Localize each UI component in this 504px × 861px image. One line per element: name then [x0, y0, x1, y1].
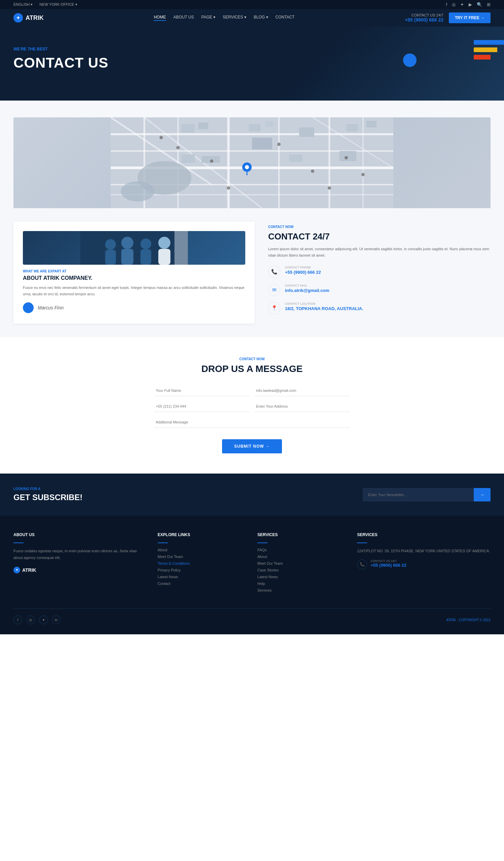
footer-services2-title: SERVICES	[357, 532, 491, 537]
footer-service-faqs[interactable]: FAQs	[257, 548, 346, 552]
footer-about-divider	[13, 543, 24, 543]
footer-service-services[interactable]: Services	[257, 588, 346, 592]
nav-page[interactable]: PAGE ▾	[201, 15, 215, 21]
footer-bottom: f ◎ ✦ in ATRIK . COPYRIGHT © 2022	[13, 609, 491, 624]
hero-dot	[403, 54, 417, 67]
grid-icon[interactable]: ⊞	[487, 2, 491, 7]
svg-point-42	[105, 239, 116, 250]
footer-instagram-icon[interactable]: ✦	[39, 615, 48, 624]
contact-phone-item: 📞 CONTACT PHONE +55 (9900) 666 22	[268, 266, 491, 278]
about-title: ABOUT ATRIK COMPANEY.	[23, 275, 245, 281]
footer-address: 1247/PLOT NO. 39, 15TH PHASE, NEW YORK U…	[357, 548, 491, 555]
footer-brand-name: ATRIK	[447, 618, 456, 622]
language-selector[interactable]: ENGLISH ▾	[13, 2, 33, 7]
top-bar: ENGLISH ▾ NEW YORK OFFICE ▾ f ◎ ✦ ▶ 🔍 ⊞	[0, 0, 504, 9]
phone-value: +55 (9900) 666 22	[285, 270, 321, 275]
office-selector[interactable]: NEW YORK OFFICE ▾	[39, 2, 77, 7]
footer-copyright-text: . COPYRIGHT © 2022	[457, 618, 491, 622]
top-bar-right: f ◎ ✦ ▶ 🔍 ⊞	[446, 2, 491, 7]
about-contact-section: WHAT WE ARE EXPART AT ABOUT ATRIK COMPAN…	[0, 208, 504, 337]
map-svg	[13, 118, 491, 208]
svg-point-30	[245, 165, 249, 169]
footer-link-privacy[interactable]: Privacy Policy	[158, 568, 247, 572]
contact-now-label: CONTACT NOW	[268, 225, 491, 229]
footer-service-about[interactable]: About	[257, 555, 346, 559]
footer-service-news[interactable]: Latest News	[257, 575, 346, 579]
about-image	[23, 231, 245, 265]
svg-point-46	[141, 238, 151, 249]
footer-grid: ABOUT US Fusce sodales egestas neque, in…	[13, 532, 491, 595]
svg-point-35	[311, 169, 314, 173]
nav-contact[interactable]: CONTACT	[275, 15, 295, 21]
svg-rect-41	[80, 231, 188, 265]
subscribe-title: GET SUBSCRIBE!	[13, 493, 82, 502]
svg-point-33	[210, 160, 213, 163]
subscribe-section: LOOKING FOR A GET SUBSCRIBE! →	[0, 474, 504, 516]
footer-link-contact[interactable]: Contact	[158, 582, 247, 586]
nav-home[interactable]: HOME	[154, 15, 166, 21]
hero-title: CONTACT US	[13, 55, 491, 71]
newsletter-input[interactable]	[363, 488, 474, 502]
form-label: CONTACT NOW	[13, 357, 491, 361]
footer-service-help[interactable]: Help	[257, 582, 346, 586]
location-icon: 📍	[268, 302, 280, 314]
hero-bar-blue	[474, 40, 504, 45]
svg-rect-50	[175, 231, 188, 265]
subscribe-button[interactable]: →	[474, 488, 491, 502]
instagram-icon[interactable]: ◎	[452, 2, 455, 7]
svg-rect-21	[299, 127, 314, 137]
full-name-input[interactable]	[154, 385, 249, 396]
hero-subtitle: WE'RE THE BEST	[13, 47, 491, 52]
footer-phone-icon: 📞	[357, 559, 367, 570]
footer-service-case[interactable]: Case Stories	[257, 568, 346, 572]
facebook-icon[interactable]: f	[446, 2, 447, 7]
email-input[interactable]	[255, 385, 350, 396]
submit-button[interactable]: SUBMIT NOW →	[222, 439, 282, 453]
svg-point-38	[227, 186, 230, 190]
nav-services[interactable]: SERVICES ▾	[223, 15, 246, 21]
footer-logo-icon: ✦	[13, 567, 20, 573]
svg-point-32	[176, 146, 180, 149]
subscribe-left: LOOKING FOR A GET SUBSCRIBE!	[13, 487, 82, 502]
try-free-button[interactable]: TRY IT FREE →	[449, 12, 491, 23]
mail-label: CONTACT MAIL	[285, 284, 329, 287]
svg-point-37	[160, 136, 163, 139]
footer-twitter-icon[interactable]: ◎	[26, 615, 35, 624]
message-input[interactable]	[154, 417, 350, 428]
footer-facebook-icon[interactable]: f	[13, 615, 22, 624]
location-label: CONTACT LOCATION	[285, 302, 363, 305]
footer-explore-title: EXPLORE LINKS	[158, 532, 247, 537]
map-container	[13, 118, 491, 208]
youtube-icon[interactable]: ▶	[469, 2, 472, 7]
footer-contact-phone: +55 (9900) 666 22	[370, 563, 406, 568]
contact-mail-info: CONTACT MAIL info.atrik@gmail.com	[285, 284, 329, 293]
header-contact-label: CONTACT US 24/7	[405, 13, 444, 17]
footer-copyright: ATRIK . COPYRIGHT © 2022	[447, 618, 491, 622]
search-icon[interactable]: 🔍	[477, 2, 482, 7]
footer-contact-info: 📞 CONTACT US 24/7 +55 (9900) 666 22	[357, 559, 491, 570]
svg-rect-27	[340, 151, 356, 161]
nav-blog[interactable]: BLOG ▾	[254, 15, 268, 21]
footer-link-about[interactable]: About	[158, 548, 247, 552]
footer-about-text: Fusce sodales egestas neque, in enim pul…	[13, 548, 147, 561]
header-right: CONTACT US 24/7 +55 (9900) 666 22 TRY IT…	[405, 12, 491, 23]
contact-mail-item: ✉ CONTACT MAIL info.atrik@gmail.com	[268, 284, 491, 296]
subscribe-looking: LOOKING FOR A	[13, 487, 82, 491]
footer-service-team[interactable]: Meet Our Team	[257, 561, 346, 565]
svg-point-34	[277, 142, 281, 146]
nav-about[interactable]: ABOUT US	[173, 15, 194, 21]
footer-services2-col: SERVICES 1247/PLOT NO. 39, 15TH PHASE, N…	[357, 532, 491, 595]
address-input[interactable]	[255, 401, 350, 412]
svg-rect-45	[121, 249, 134, 265]
phone-input[interactable]	[154, 401, 249, 412]
contact-location-info: CONTACT LOCATION 18/2, TOPKHANA ROAD, AU…	[285, 302, 363, 311]
svg-rect-18	[198, 122, 208, 129]
footer-linkedin-icon[interactable]: in	[52, 615, 60, 624]
svg-rect-47	[141, 249, 151, 265]
footer-link-team[interactable]: Meet Our Team	[158, 555, 247, 559]
contact-24-7-card: CONTACT NOW CONTACT 24/7 Lorem ipsum dol…	[268, 222, 491, 324]
footer-link-news[interactable]: Latest News	[158, 575, 247, 579]
logo[interactable]: ✦ ATRIK	[13, 13, 44, 23]
pinterest-icon[interactable]: ✦	[460, 2, 464, 7]
footer-link-terms[interactable]: Terms & Conditions	[158, 561, 247, 565]
